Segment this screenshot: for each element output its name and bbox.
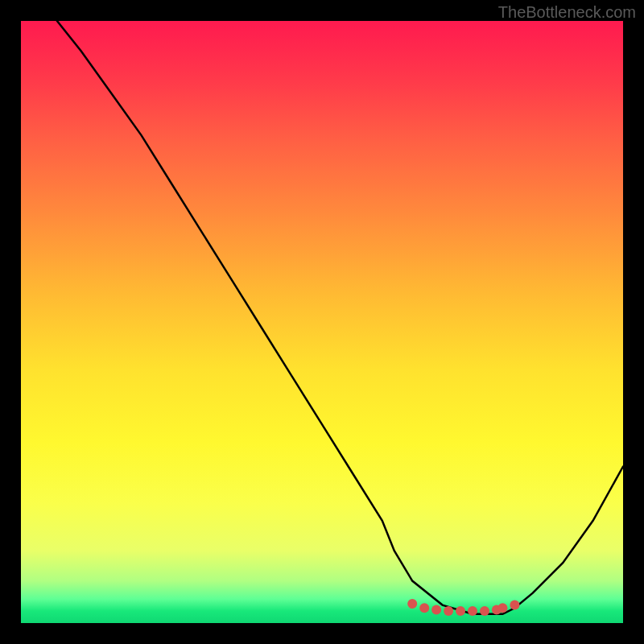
flat-zone-marker — [510, 601, 519, 610]
flat-zone-marker — [497, 603, 507, 613]
bottleneck-curve — [57, 21, 623, 614]
flat-zone-marker — [456, 606, 465, 616]
flat-zone-marker — [419, 603, 429, 613]
flat-zone-marker — [480, 606, 489, 616]
watermark-text: TheBottleneck.com — [498, 3, 636, 22]
flat-zone-marker — [468, 606, 477, 616]
flat-zone-marker — [431, 605, 441, 615]
flat-zone-marker — [407, 599, 417, 609]
chart-svg — [21, 21, 623, 623]
flat-zone-marker — [444, 606, 453, 616]
